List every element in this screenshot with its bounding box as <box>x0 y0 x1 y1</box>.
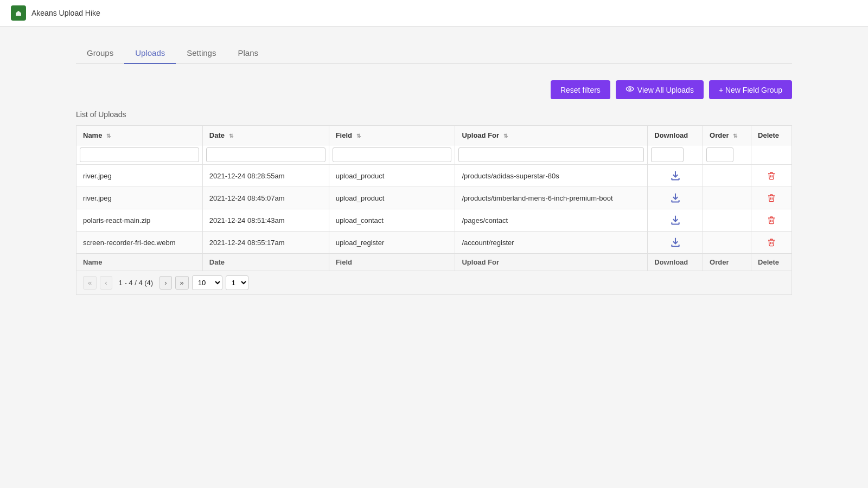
cell-field: upload_contact <box>329 209 455 232</box>
page-number-select[interactable]: 1 <box>226 275 248 290</box>
sort-field-icon[interactable]: ⇅ <box>356 133 361 139</box>
col-order: Order ⇅ <box>703 126 751 145</box>
cell-download <box>648 187 703 209</box>
sort-order-icon[interactable]: ⇅ <box>733 133 737 139</box>
tab-groups[interactable]: Groups <box>76 43 124 64</box>
cell-delete <box>751 232 792 254</box>
pagination-row: « ‹ 1 - 4 / 4 (4) › » 10 25 50 100 1 <box>76 271 792 295</box>
table-row: river.jpeg2021-12-24 08:45:07amupload_pr… <box>76 187 792 209</box>
page-info: 1 - 4 / 4 (4) <box>119 279 154 287</box>
delete-button[interactable] <box>758 194 785 202</box>
cell-upload-for: /products/timberland-mens-6-inch-premium… <box>455 187 648 209</box>
cell-date: 2021-12-24 08:45:07am <box>202 187 329 209</box>
cell-upload-for: /account/register <box>455 232 648 254</box>
uploads-table: Name ⇅ Date ⇅ Field ⇅ Upload For ⇅ Downl… <box>76 125 792 295</box>
tabs: Groups Uploads Settings Plans <box>76 43 792 64</box>
cell-delete <box>751 165 792 187</box>
svg-point-1 <box>626 87 633 91</box>
footer-field: Field <box>329 254 455 271</box>
filter-uploadfor-input[interactable] <box>458 147 644 162</box>
app-title: Akeans Upload Hike <box>31 9 100 17</box>
pagination: « ‹ 1 - 4 / 4 (4) › » 10 25 50 100 1 <box>83 275 785 290</box>
section-title: List of Uploads <box>76 110 792 119</box>
svg-point-2 <box>629 88 631 90</box>
view-all-uploads-button[interactable]: View All Uploads <box>616 80 704 99</box>
cell-name: polaris-react-main.zip <box>76 209 203 232</box>
cell-order <box>703 165 751 187</box>
download-button[interactable] <box>654 237 696 248</box>
cell-field: upload_product <box>329 187 455 209</box>
col-date: Date ⇅ <box>202 126 329 145</box>
delete-button[interactable] <box>758 171 785 180</box>
toolbar: Reset filters View All Uploads + New Fie… <box>76 80 792 99</box>
tab-uploads[interactable]: Uploads <box>124 43 176 64</box>
cell-delete <box>751 187 792 209</box>
filter-download-input[interactable] <box>651 147 684 162</box>
sort-name-icon[interactable]: ⇅ <box>106 133 111 139</box>
download-button[interactable] <box>654 215 696 226</box>
sort-uploadfor-icon[interactable]: ⇅ <box>503 133 508 139</box>
prev-page-button[interactable]: ‹ <box>100 276 112 290</box>
eye-icon <box>626 85 634 95</box>
filter-order-input[interactable] <box>706 147 733 162</box>
table-footer-row: Name Date Field Upload For Download Orde… <box>76 254 792 271</box>
cell-date: 2021-12-24 08:51:43am <box>202 209 329 232</box>
app-logo <box>11 5 26 21</box>
footer-name: Name <box>76 254 203 271</box>
cell-order <box>703 209 751 232</box>
col-name: Name ⇅ <box>76 126 203 145</box>
tab-plans[interactable]: Plans <box>227 43 269 64</box>
cell-delete <box>751 209 792 232</box>
filter-date-input[interactable] <box>206 147 326 162</box>
col-field: Field ⇅ <box>329 126 455 145</box>
cell-order <box>703 187 751 209</box>
footer-date: Date <box>202 254 329 271</box>
download-button[interactable] <box>654 170 696 181</box>
table-row: screen-recorder-fri-dec.webm2021-12-24 0… <box>76 232 792 254</box>
table-header-row: Name ⇅ Date ⇅ Field ⇅ Upload For ⇅ Downl… <box>76 126 792 145</box>
cell-name: river.jpeg <box>76 187 203 209</box>
filter-field-input[interactable] <box>333 147 452 162</box>
footer-uploadfor: Upload For <box>455 254 648 271</box>
table-body: river.jpeg2021-12-24 08:28:55amupload_pr… <box>76 165 792 254</box>
filter-name-input[interactable] <box>80 147 199 162</box>
table-row: river.jpeg2021-12-24 08:28:55amupload_pr… <box>76 165 792 187</box>
cell-upload-for: /pages/contact <box>455 209 648 232</box>
col-download: Download <box>648 126 703 145</box>
cell-field: upload_register <box>329 232 455 254</box>
cell-download <box>648 165 703 187</box>
cell-date: 2021-12-24 08:28:55am <box>202 165 329 187</box>
top-bar: Akeans Upload Hike <box>0 0 868 27</box>
main-content: Groups Uploads Settings Plans Reset filt… <box>54 27 814 311</box>
last-page-button[interactable]: » <box>175 276 189 290</box>
new-field-group-button[interactable]: + New Field Group <box>709 80 792 99</box>
cell-upload-for: /products/adidas-superstar-80s <box>455 165 648 187</box>
cell-download <box>648 232 703 254</box>
tab-settings[interactable]: Settings <box>176 43 227 64</box>
cell-field: upload_product <box>329 165 455 187</box>
cell-name: river.jpeg <box>76 165 203 187</box>
per-page-select[interactable]: 10 25 50 100 <box>192 275 222 290</box>
cell-order <box>703 232 751 254</box>
col-upload-for: Upload For ⇅ <box>455 126 648 145</box>
download-button[interactable] <box>654 192 696 203</box>
footer-delete: Delete <box>751 254 792 271</box>
delete-button[interactable] <box>758 216 785 224</box>
table-row: polaris-react-main.zip2021-12-24 08:51:4… <box>76 209 792 232</box>
next-page-button[interactable]: › <box>159 276 171 290</box>
sort-date-icon[interactable]: ⇅ <box>229 133 233 139</box>
col-delete: Delete <box>751 126 792 145</box>
cell-name: screen-recorder-fri-dec.webm <box>76 232 203 254</box>
delete-button[interactable] <box>758 238 785 247</box>
cell-date: 2021-12-24 08:55:17am <box>202 232 329 254</box>
footer-order: Order <box>703 254 751 271</box>
filter-row <box>76 145 792 165</box>
footer-download: Download <box>648 254 703 271</box>
cell-download <box>648 209 703 232</box>
reset-filters-button[interactable]: Reset filters <box>551 80 610 99</box>
first-page-button[interactable]: « <box>83 276 97 290</box>
